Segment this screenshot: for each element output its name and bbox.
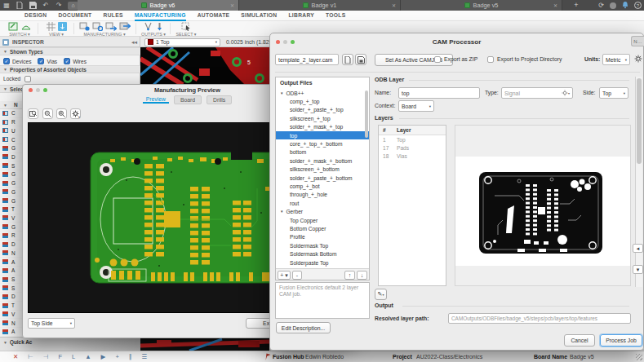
mfg-publish-icon[interactable] [119, 22, 131, 31]
cancel-button[interactable]: Cancel [564, 334, 595, 347]
set-active-camjob-button[interactable]: Set As Active CAMJOB [375, 54, 453, 66]
close-tab-icon[interactable]: ✕ [392, 2, 396, 8]
edit-layers-button[interactable]: ✎▾ [375, 289, 387, 300]
zoom-out-button[interactable] [42, 108, 53, 119]
move-down-button[interactable]: ↓ [357, 271, 367, 280]
ribbon-tab-rules[interactable]: RULES [104, 11, 123, 21]
align-bottom-icon[interactable]: ▶ [101, 353, 106, 360]
close-tab-icon[interactable]: ✕ [230, 2, 234, 8]
layer-row[interactable]: 17Pads [379, 143, 446, 152]
undo-icon[interactable]: ↶ [42, 2, 50, 10]
notification-flag-icon[interactable] [265, 353, 271, 360]
ribbon-tab-tools[interactable]: TOOLS [326, 11, 345, 21]
document-tab[interactable]: Badge v6✕ [78, 0, 239, 11]
output-drill-icon[interactable] [155, 22, 164, 31]
units-select[interactable]: Metric▾ [602, 54, 630, 65]
file-menu-icon[interactable] [16, 2, 24, 10]
preview-tab-board[interactable]: Board [174, 95, 202, 104]
move-icon[interactable]: + [115, 353, 118, 360]
output-file-item[interactable]: silkscreen_+_bottom [276, 166, 369, 174]
output-file-item[interactable]: ▼Gerber [276, 207, 369, 215]
sync-icon[interactable]: ⟳ [598, 2, 604, 9]
ribbon-tab-manufacturing[interactable]: MANUFACTURING [135, 11, 186, 21]
locked-checkbox[interactable] [24, 76, 31, 82]
context-select[interactable]: Board▾ [398, 100, 434, 112]
app-menu-icon[interactable]: ▦ [2, 2, 11, 10]
export-project-dir-checkbox[interactable] [487, 56, 494, 63]
output-file-item[interactable]: solder_+_paste_+_top [276, 106, 369, 114]
output-file-item[interactable]: Bottom Copper [276, 224, 369, 232]
new-tab-button[interactable]: + [571, 1, 581, 10]
output-file-item[interactable]: solder_+_paste_+_bottom [276, 174, 369, 182]
tree-scrollbar[interactable] [365, 90, 368, 138]
output-file-item[interactable]: comp_+_top [276, 97, 369, 105]
toolbar-group-view[interactable]: VIEW ▾ [41, 22, 72, 37]
preview-tab-preview[interactable]: Preview [143, 95, 169, 104]
properties-header[interactable]: ▼ Properties of Assorted Objects [0, 65, 140, 73]
mfg-settings-icon[interactable] [92, 22, 103, 31]
close-window-icon[interactable] [29, 88, 33, 92]
output-file-item[interactable]: solder_+_mask_+_top [276, 123, 369, 131]
output-file-item[interactable]: bottom [276, 148, 369, 157]
output-file-item[interactable]: Solderpaste Top [276, 258, 369, 267]
output-plot-icon[interactable] [144, 22, 153, 31]
align-top-icon[interactable]: ▲ [85, 353, 91, 360]
side-select-dropdown[interactable]: Top▾ [599, 87, 628, 99]
zoom-window-icon[interactable] [291, 40, 295, 44]
zoom-in-button[interactable] [56, 108, 67, 119]
type-gear-icon[interactable]: ▾ [562, 90, 570, 96]
collapse-panel-icon[interactable]: ◂◂ [131, 39, 137, 46]
layer-select[interactable]: 1 Top ▾ [144, 38, 220, 46]
help-icon[interactable]: ? [634, 2, 642, 9]
toolbar-group-select[interactable]: SELECT ▾ [173, 22, 199, 37]
close-tab-icon[interactable]: ✕ [553, 2, 557, 8]
export-zip-checkbox[interactable] [434, 56, 441, 63]
output-file-item[interactable]: top [276, 131, 369, 139]
type-filter-wires[interactable]: ✓Wires [64, 58, 87, 64]
quick-access-header[interactable]: ▼ Quick Ac [0, 338, 140, 345]
toolbar-group-outputs[interactable]: OUTPUTS ▾ [139, 22, 168, 37]
side-panel-tab[interactable]: N… [631, 36, 644, 46]
switch-document-icon[interactable] [8, 22, 18, 31]
output-file-item[interactable]: ▼ODB++ [276, 89, 369, 97]
align-left-icon[interactable]: ⊢ [28, 353, 33, 360]
document-tab[interactable]: Badge v1✕ [239, 0, 401, 11]
hub-value[interactable]: Edwin Robledo [305, 354, 344, 360]
notifications-bell-icon[interactable] [622, 2, 628, 9]
grid-view-icon[interactable] [47, 22, 56, 31]
output-file-item[interactable]: Soldermask Bottom [276, 249, 369, 258]
add-output-button[interactable]: + ▾ [278, 271, 291, 280]
type-filter-devices[interactable]: ✓Devices [3, 58, 31, 64]
output-file-item[interactable]: silkscreen_+_top [276, 114, 369, 122]
resolved-path-input[interactable]: CAMOutputs/ODBFiles/badge_v5/steps/pcb/l… [448, 313, 631, 324]
dialog-scrollbar[interactable] [635, 77, 642, 287]
zoom-to-fit-button[interactable] [28, 108, 38, 119]
layer-row[interactable]: 18Vias [379, 152, 446, 160]
toolbar-group-switch[interactable]: SWITCH ▾ [3, 22, 36, 37]
shown-types-header[interactable]: ▼ Shown Types [0, 47, 140, 55]
type-filter-vias[interactable]: ✓Vias [38, 58, 57, 64]
mfg-export-icon[interactable] [105, 22, 117, 31]
ribbon-tab-simulation[interactable]: SIMULATION [241, 11, 277, 21]
cam-settings-gear-icon[interactable] [634, 55, 642, 63]
layer-view-icon[interactable] [58, 22, 67, 31]
camjob-description[interactable]: Fusion Electronics default 2 layer CAM j… [275, 282, 370, 319]
preview-settings-button[interactable]: ▾ [70, 108, 81, 119]
distribute-horizontal-icon[interactable]: ∥ [129, 353, 132, 360]
output-file-item[interactable]: Top Copper [276, 216, 369, 224]
checkbox-vias[interactable]: ✓ [38, 58, 44, 64]
switch-board-icon[interactable] [20, 22, 32, 31]
output-file-item[interactable]: solder_+_mask_+_bottom [276, 157, 369, 165]
move-up-button[interactable]: ↑ [344, 271, 355, 280]
project-value[interactable]: AU2022-Class/Electronics [416, 354, 482, 360]
document-tab[interactable]: Badge v5✕ [401, 0, 562, 11]
ribbon-tab-document[interactable]: DOCUMENT [58, 11, 91, 21]
distribute-vertical-icon[interactable]: ☰ [142, 353, 148, 360]
output-file-item[interactable]: core_+_top_+_bottom [276, 139, 369, 148]
toolbar-group-manufacturing[interactable]: MANUFACTURING ▾ [77, 22, 132, 37]
board-name-value[interactable]: Badge v5 [570, 354, 594, 360]
ribbon-tab-automate[interactable]: AUTOMATE [198, 11, 230, 21]
inspector-panel-header[interactable]: INSPECTOR ◂◂ [0, 37, 140, 47]
camjob-filename-input[interactable]: template_2_layer.cam [275, 54, 339, 65]
resize-grip[interactable] [636, 354, 642, 360]
